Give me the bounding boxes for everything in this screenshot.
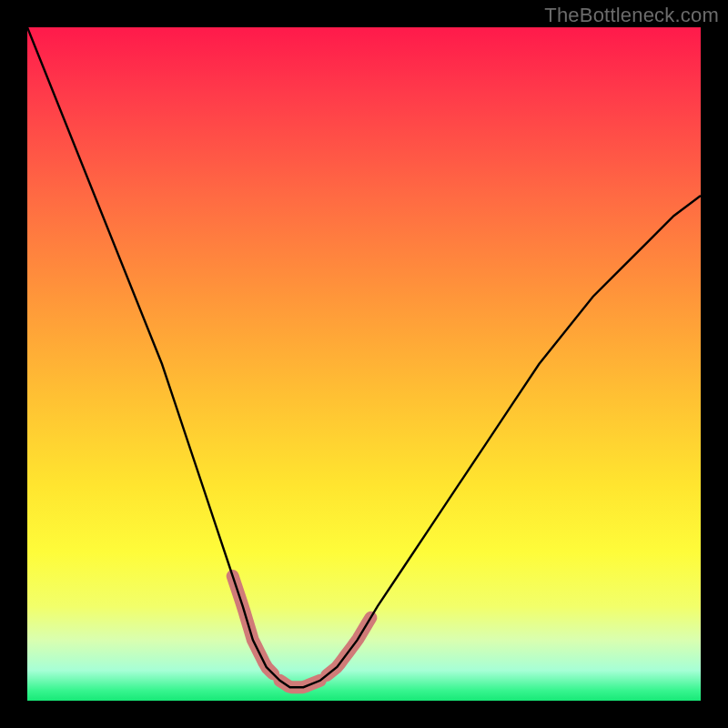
plot-area: [27, 27, 701, 701]
chart-frame: TheBottleneck.com: [0, 0, 728, 728]
bottleneck-chart: [27, 27, 701, 701]
gradient-background: [27, 27, 701, 701]
watermark-text: TheBottleneck.com: [544, 4, 719, 27]
